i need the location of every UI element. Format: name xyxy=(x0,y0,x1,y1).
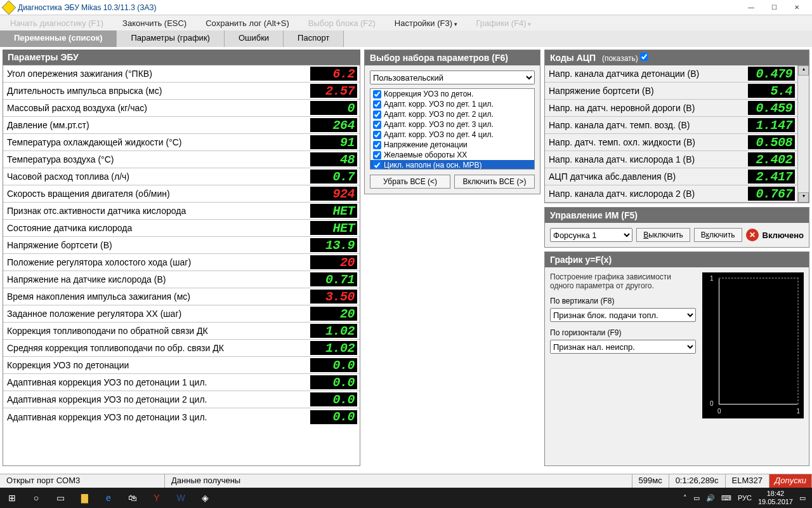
param-row[interactable]: Положение регулятора холостого хода (шаг… xyxy=(3,254,360,271)
adc-row: Напр. датч. темп. охл. жидкости (В)0.508 xyxy=(545,134,797,151)
param-row[interactable]: Коррекция топливоподачи по обратной связ… xyxy=(3,323,360,340)
checklist-item[interactable]: Напряжение детонации xyxy=(370,140,534,150)
im-select[interactable]: Форсунка 1 xyxy=(550,228,632,242)
checkbox[interactable] xyxy=(373,110,381,119)
param-row[interactable]: Время накопления импульса зажигания (мс)… xyxy=(3,288,360,305)
word-icon[interactable]: W xyxy=(169,488,193,508)
param-row[interactable]: Адаптивная коррекция УОЗ по детонации 2 … xyxy=(3,391,360,408)
checklist-item[interactable]: Адапт. корр. УОЗ по дет. 4 цил. xyxy=(370,130,534,140)
param-row[interactable]: Заданное положение регулятора XX (шаг)20 xyxy=(3,305,360,323)
adc-show-checkbox[interactable] xyxy=(640,53,648,61)
start-icon[interactable]: ⊞ xyxy=(0,488,24,508)
tab-errors[interactable]: Ошибки xyxy=(225,30,284,47)
param-checklist[interactable]: Коррекция УОЗ по детон.Адапт. корр. УОЗ … xyxy=(370,88,535,170)
param-row[interactable]: Адаптивная коррекция УОЗ по детонации 3 … xyxy=(3,408,360,425)
menu-block[interactable]: Выбор блока (F2) xyxy=(308,18,376,28)
scroll-down-icon[interactable]: ▾ xyxy=(798,192,809,203)
tray-lang[interactable]: РУС xyxy=(738,494,752,502)
ecu-parameters-table[interactable]: Угол опережения зажигания (°ПКВ)6.2Длите… xyxy=(3,65,360,466)
param-row[interactable]: Давление (мм.рт.ст)264 xyxy=(3,117,360,134)
chevron-up-icon[interactable]: ˄ xyxy=(683,494,687,502)
param-row[interactable]: Коррекция УОЗ по детонации0.0 xyxy=(3,357,360,374)
checkbox[interactable] xyxy=(373,141,381,149)
app-icon-1[interactable]: Y xyxy=(145,488,169,508)
vertical-axis-select[interactable]: Признак блок. подачи топл. xyxy=(550,308,696,322)
horizontal-axis-select[interactable]: Признак нал. неиспр. xyxy=(550,340,696,354)
param-row[interactable]: Массовый расход воздуха (кг/час)0 xyxy=(3,100,360,117)
checkbox[interactable] xyxy=(373,90,381,98)
param-row[interactable]: Признак отс.активности датчика кислорода… xyxy=(3,203,360,220)
minimize-button[interactable]: — xyxy=(740,1,763,15)
network-icon[interactable]: ▭ xyxy=(693,494,700,502)
diag-app-icon[interactable]: ◈ xyxy=(193,488,217,508)
param-value: 0.0 xyxy=(310,410,357,424)
remove-all-button[interactable]: Убрать ВСЕ (<) xyxy=(370,175,450,189)
tab-passport[interactable]: Паспорт xyxy=(284,30,344,47)
param-label: Адаптивная коррекция УОЗ по детонации 2 … xyxy=(3,392,310,407)
checklist-item[interactable]: Желаемые обороты XX xyxy=(370,150,534,160)
status-bar: Открыт порт COM3 Данные получены 599мс 0… xyxy=(0,474,812,488)
search-icon[interactable]: ○ xyxy=(24,488,48,508)
checkbox[interactable] xyxy=(373,161,381,170)
param-row[interactable]: Средняя коррекция топливоподачи по обр. … xyxy=(3,340,360,357)
adc-row: АЦП датчика абс.давления (В)2.417 xyxy=(545,168,797,185)
adc-value: 5.4 xyxy=(748,84,795,98)
param-value: 0.0 xyxy=(310,392,357,406)
checklist-label: Коррекция УОЗ по детон. xyxy=(384,90,473,98)
param-value: 2.57 xyxy=(310,84,357,98)
checklist-item[interactable]: Адапт. корр. УОЗ по дет. 3 цил. xyxy=(370,119,534,130)
store-icon[interactable]: 🛍 xyxy=(121,488,145,508)
param-row[interactable]: Длительность импульса впрыска (мс)2.57 xyxy=(3,83,360,100)
include-all-button[interactable]: Включить ВСЕ (>) xyxy=(454,175,535,189)
param-row[interactable]: Часовой расход топлива (л/ч)0.7 xyxy=(3,168,360,185)
close-icon[interactable]: ✕ xyxy=(746,229,759,241)
checkbox[interactable] xyxy=(373,121,381,129)
tab-params[interactable]: Параметры (график) xyxy=(117,30,224,47)
folder-icon[interactable]: ▇ xyxy=(72,488,96,508)
checkbox[interactable] xyxy=(373,131,381,139)
notification-icon[interactable]: ▭ xyxy=(799,494,806,502)
menu-savelog[interactable]: Сохранить лог (Alt+S) xyxy=(206,18,289,28)
graph-panel: График y=F(x) Построение графика зависим… xyxy=(544,251,809,466)
taskview-icon[interactable]: ▭ xyxy=(48,488,72,508)
status-tolerance[interactable]: Допуски xyxy=(769,474,812,488)
checklist-item[interactable]: Адапт. корр. УОЗ по дет. 2 цил. xyxy=(370,109,534,119)
param-row[interactable]: Напряжение на датчике кислорода (В)0.71 xyxy=(3,271,360,288)
im-off-button[interactable]: Выключить xyxy=(636,228,690,242)
param-row[interactable]: Температура охлаждающей жидкости (°C)91 xyxy=(3,134,360,151)
close-button[interactable]: ✕ xyxy=(785,1,808,15)
param-value: 1.02 xyxy=(310,324,357,338)
param-row[interactable]: Угол опережения зажигания (°ПКВ)6.2 xyxy=(3,65,360,83)
adc-scrollbar[interactable]: ▴ ▾ xyxy=(797,65,809,203)
status-data: Данные получены xyxy=(165,474,632,488)
param-row[interactable]: Напряжение бортсети (В)13.9 xyxy=(3,237,360,254)
tab-variables[interactable]: Переменные (список) xyxy=(0,30,117,47)
checklist-item[interactable]: Цикл. наполн (на осн. МРВ) xyxy=(370,160,534,170)
ecu-parameters-header: Параметры ЭБУ xyxy=(3,50,360,65)
menu-settings[interactable]: Настройки (F3) xyxy=(395,18,457,28)
im-on-button[interactable]: Включить xyxy=(694,228,742,242)
scroll-up-icon[interactable]: ▴ xyxy=(798,65,809,76)
volume-icon[interactable]: 🔊 xyxy=(706,494,715,502)
menu-finish[interactable]: Закончить (ESC) xyxy=(122,18,187,28)
adc-label: Напр. канала датчика детонации (В) xyxy=(545,66,748,81)
param-row[interactable]: Состояние датчика кислородаHET xyxy=(3,220,360,237)
checklist-item[interactable]: Адапт. корр. УОЗ по дет. 1 цил. xyxy=(370,99,534,109)
param-row[interactable]: Скорость вращения двигателя (об/мин)924 xyxy=(3,185,360,203)
param-value: 264 xyxy=(310,118,357,132)
param-set-select[interactable]: Пользовательский xyxy=(370,70,535,84)
tray-clock[interactable]: 18:42 19.05.2017 xyxy=(758,490,793,506)
param-row[interactable]: Температура воздуха (°C)48 xyxy=(3,151,360,168)
checkbox[interactable] xyxy=(373,100,381,109)
param-label: Часовой расход топлива (л/ч) xyxy=(3,169,310,184)
checkbox[interactable] xyxy=(373,151,381,159)
param-row[interactable]: Адаптивная коррекция УОЗ по детонации 1 … xyxy=(3,374,360,391)
maximize-button[interactable]: ☐ xyxy=(763,1,785,15)
menu-start[interactable]: Начать диагностику (F1) xyxy=(10,18,103,28)
menu-graphs[interactable]: Графики (F4) xyxy=(476,18,532,28)
edge-icon[interactable]: e xyxy=(96,488,121,508)
param-set-header: Выбор набора параметров (F6) xyxy=(365,50,540,65)
adc-value: 0.508 xyxy=(748,135,795,149)
checklist-item[interactable]: Коррекция УОЗ по детон. xyxy=(370,89,534,99)
keyboard-icon[interactable]: ⌨ xyxy=(721,494,731,502)
